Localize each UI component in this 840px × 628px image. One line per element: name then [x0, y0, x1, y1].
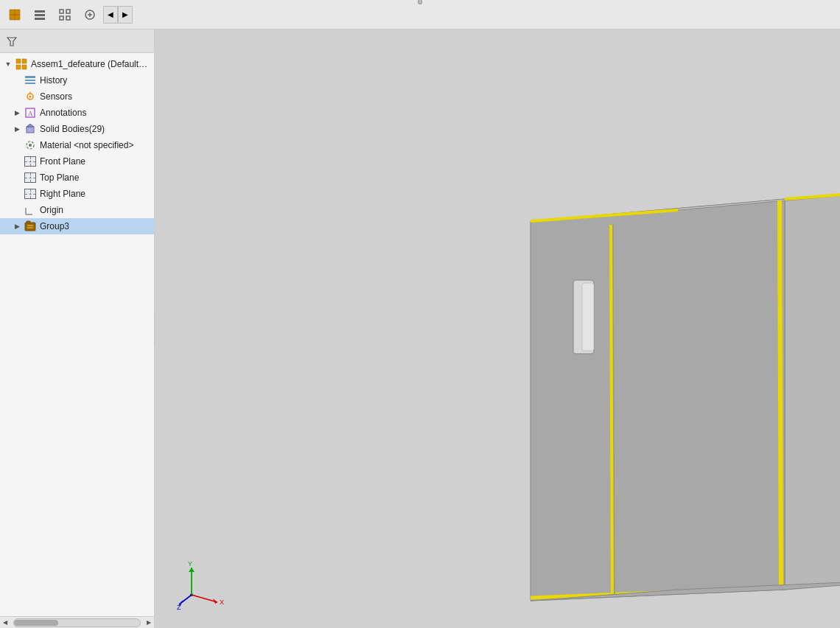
svg-rect-27	[27, 127, 34, 133]
annotations-icon: A	[24, 106, 37, 119]
expand-all-icon	[84, 9, 96, 21]
svg-rect-4	[35, 10, 45, 13]
material-expand	[12, 140, 22, 150]
svg-rect-1	[15, 10, 20, 15]
origin-icon	[24, 203, 37, 217]
svg-point-30	[29, 144, 32, 147]
tree-item-group3[interactable]: ▶ Group3	[0, 218, 154, 234]
scroll-left-arrow[interactable]: ◀	[0, 618, 10, 628]
solid-bodies-icon	[24, 122, 37, 136]
tree-item-annotations[interactable]: ▶ A Annotations	[0, 105, 154, 121]
front-plane-icon	[24, 155, 37, 168]
feature-tree-panel: ▼ Assem1_defeature (Default<<Def	[0, 29, 155, 628]
svg-rect-2	[10, 15, 15, 20]
list-view-icon	[34, 9, 46, 21]
svg-rect-21	[25, 83, 35, 84]
svg-marker-38	[785, 188, 840, 590]
svg-rect-7	[60, 10, 63, 13]
nav-right-btn[interactable]: ▶	[118, 6, 133, 24]
svg-rect-3	[15, 15, 20, 20]
annotations-expand: ▶	[12, 108, 22, 118]
sidebar-scrollbar: ◀ ▶	[0, 616, 154, 628]
tree-item-solid-bodies[interactable]: ▶ Solid Bodies(29)	[0, 121, 154, 137]
material-icon	[24, 139, 37, 152]
svg-rect-6	[35, 18, 45, 20]
sidebar-tabs	[0, 29, 154, 53]
svg-marker-39	[531, 199, 785, 601]
feature-tree: ▼ Assem1_defeature (Default<<Def	[0, 53, 154, 616]
svg-rect-34	[27, 221, 30, 223]
coordinate-axes: X Y Z	[177, 562, 221, 606]
svg-rect-0	[10, 10, 15, 15]
tree-item-material[interactable]: Material <not specified>	[0, 137, 154, 153]
assembly-icon	[8, 8, 21, 21]
svg-rect-9	[60, 16, 63, 20]
svg-rect-8	[66, 10, 70, 13]
origin-label: Origin	[40, 205, 63, 215]
tab-nav: ◀ ▶	[103, 6, 133, 24]
solid-bodies-label: Solid Bodies(29)	[40, 124, 105, 134]
sensors-icon	[24, 90, 37, 103]
right-plane-label: Right Plane	[40, 189, 85, 199]
svg-rect-10	[66, 16, 70, 20]
filter-icon	[7, 36, 17, 46]
svg-line-42	[780, 200, 781, 588]
svg-marker-14	[7, 38, 16, 46]
right-plane-expand	[12, 189, 22, 199]
scrollbar-track[interactable]	[13, 618, 141, 627]
tree-item-history[interactable]: History	[0, 72, 154, 88]
scrollbar-thumb[interactable]	[14, 620, 58, 626]
axes-svg: X Y Z	[177, 562, 225, 610]
history-expand	[12, 75, 22, 86]
svg-rect-33	[25, 223, 35, 231]
tree-item-top-plane[interactable]: Top Plane	[0, 170, 154, 186]
svg-rect-15	[16, 59, 21, 63]
3d-viewport[interactable]: X Y Z	[155, 29, 840, 628]
history-icon	[24, 74, 37, 87]
svg-marker-55	[189, 568, 195, 572]
svg-marker-28	[27, 124, 34, 127]
svg-rect-19	[25, 76, 35, 78]
sensors-expand	[12, 91, 22, 102]
material-label: Material <not specified>	[40, 140, 133, 150]
scroll-right-arrow[interactable]: ▶	[144, 618, 154, 628]
group3-label: Group3	[40, 221, 69, 231]
solid-bodies-expand: ▶	[12, 124, 22, 134]
tree-root-item[interactable]: ▼ Assem1_defeature (Default<<Def	[0, 56, 154, 72]
nav-left-btn[interactable]: ◀	[103, 6, 118, 24]
svg-rect-16	[22, 59, 27, 63]
root-expand-arrow: ▼	[3, 59, 13, 69]
group3-icon	[24, 220, 37, 233]
top-plane-label: Top Plane	[40, 172, 79, 183]
svg-rect-17	[16, 65, 21, 69]
3d-model-svg	[155, 29, 840, 628]
right-plane-icon	[24, 187, 37, 200]
annotations-label: Annotations	[40, 108, 86, 118]
tree-view-icon	[59, 9, 71, 21]
svg-text:X: X	[220, 599, 224, 606]
tree-view-btn[interactable]	[53, 4, 77, 25]
root-assembly-icon	[15, 57, 28, 71]
top-dot	[418, 0, 422, 4]
tree-item-sensors[interactable]: Sensors	[0, 88, 154, 105]
svg-text:A: A	[28, 110, 33, 117]
group3-expand: ▶	[12, 221, 22, 231]
tree-item-origin[interactable]: Origin	[0, 202, 154, 218]
svg-rect-18	[22, 65, 27, 69]
assembly-icon-btn[interactable]	[3, 4, 27, 25]
tree-item-right-plane[interactable]: Right Plane	[0, 186, 154, 202]
origin-expand	[12, 205, 22, 215]
history-label: History	[40, 75, 67, 86]
root-item-label: Assem1_defeature (Default<<Def	[31, 59, 151, 69]
sensors-label: Sensors	[40, 91, 72, 102]
top-plane-expand	[12, 172, 22, 183]
expand-all-btn[interactable]	[78, 4, 102, 25]
tree-item-front-plane[interactable]: Front Plane	[0, 153, 154, 170]
main-toolbar: ◀ ▶	[0, 0, 840, 29]
svg-rect-5	[35, 14, 45, 16]
front-plane-expand	[12, 156, 22, 167]
filter-btn[interactable]	[3, 32, 21, 50]
list-view-btn[interactable]	[28, 4, 52, 25]
top-plane-icon	[24, 171, 37, 184]
viewport-content: X Y Z	[155, 29, 840, 628]
